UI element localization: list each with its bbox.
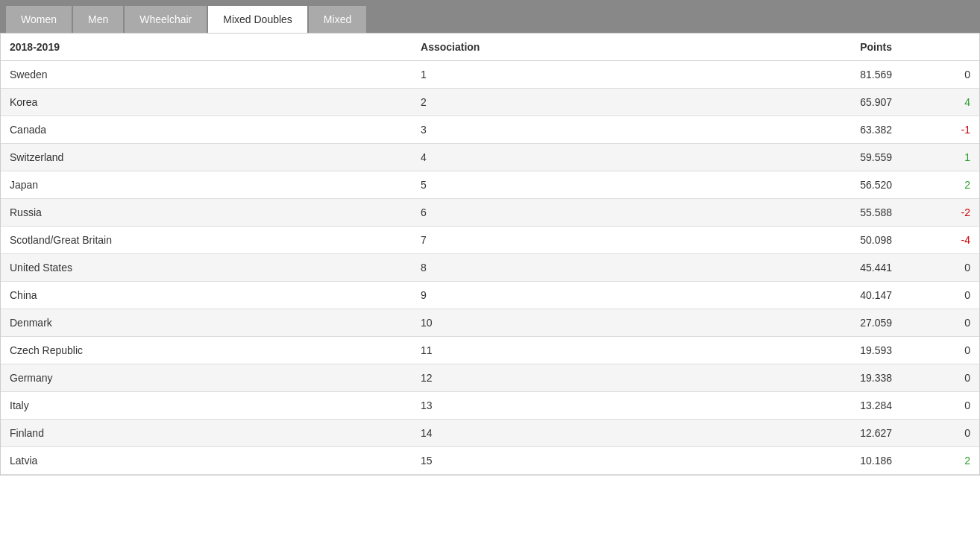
cell-association: 3 xyxy=(412,116,685,144)
cell-points: 63.382 xyxy=(685,116,901,144)
cell-change: 2 xyxy=(901,171,979,199)
table-row: Czech Republic1119.5930 xyxy=(1,337,979,364)
cell-country: Czech Republic xyxy=(1,337,412,364)
cell-association: 14 xyxy=(412,420,685,447)
cell-points: 56.520 xyxy=(685,171,901,199)
table-body: Sweden181.5690Korea265.9074Canada363.382… xyxy=(1,61,979,475)
cell-country: China xyxy=(1,282,412,309)
table-row: Denmark1027.0590 xyxy=(1,309,979,337)
cell-association: 8 xyxy=(412,254,685,282)
cell-association: 6 xyxy=(412,199,685,227)
cell-points: 10.186 xyxy=(685,447,901,475)
cell-points: 40.147 xyxy=(685,282,901,309)
cell-country: Canada xyxy=(1,116,412,144)
rankings-table-wrapper: 2018-2019 Association Points Sweden181.5… xyxy=(0,33,980,475)
table-row: Finland1412.6270 xyxy=(1,420,979,447)
cell-association: 7 xyxy=(412,227,685,254)
cell-association: 9 xyxy=(412,282,685,309)
cell-country: Japan xyxy=(1,171,412,199)
table-row: Russia655.588-2 xyxy=(1,199,979,227)
cell-change: 0 xyxy=(901,420,979,447)
cell-association: 15 xyxy=(412,447,685,475)
tab-men[interactable]: Men xyxy=(73,6,123,33)
header-points: Points xyxy=(685,34,901,61)
cell-association: 5 xyxy=(412,171,685,199)
cell-change: 0 xyxy=(901,392,979,420)
cell-country: Korea xyxy=(1,89,412,116)
page-container: Women Men Wheelchair Mixed Doubles Mixed… xyxy=(0,0,980,553)
cell-change: -4 xyxy=(901,227,979,254)
table-row: Japan556.5202 xyxy=(1,171,979,199)
tab-wheelchair[interactable]: Wheelchair xyxy=(125,6,207,33)
cell-points: 81.569 xyxy=(685,61,901,89)
cell-change: 0 xyxy=(901,364,979,392)
cell-change: -1 xyxy=(901,116,979,144)
cell-association: 11 xyxy=(412,337,685,364)
cell-change: 0 xyxy=(901,282,979,309)
tab-mixed[interactable]: Mixed xyxy=(309,6,366,33)
tab-bar: Women Men Wheelchair Mixed Doubles Mixed xyxy=(0,0,980,33)
rankings-table: 2018-2019 Association Points Sweden181.5… xyxy=(1,34,979,475)
cell-points: 12.627 xyxy=(685,420,901,447)
cell-points: 27.059 xyxy=(685,309,901,337)
table-row: Canada363.382-1 xyxy=(1,116,979,144)
cell-country: Switzerland xyxy=(1,144,412,171)
header-change xyxy=(901,34,979,61)
cell-country: Sweden xyxy=(1,61,412,89)
header-season: 2018-2019 xyxy=(1,34,412,61)
cell-points: 13.284 xyxy=(685,392,901,420)
table-row: China940.1470 xyxy=(1,282,979,309)
tab-women[interactable]: Women xyxy=(6,6,72,33)
cell-association: 2 xyxy=(412,89,685,116)
table-row: Korea265.9074 xyxy=(1,89,979,116)
cell-country: Italy xyxy=(1,392,412,420)
cell-country: Russia xyxy=(1,199,412,227)
cell-change: 2 xyxy=(901,447,979,475)
cell-country: United States xyxy=(1,254,412,282)
table-row: United States845.4410 xyxy=(1,254,979,282)
cell-change: 0 xyxy=(901,337,979,364)
table-row: Germany1219.3380 xyxy=(1,364,979,392)
cell-change: 0 xyxy=(901,61,979,89)
cell-change: 0 xyxy=(901,254,979,282)
cell-points: 50.098 xyxy=(685,227,901,254)
table-row: Switzerland459.5591 xyxy=(1,144,979,171)
cell-country: Germany xyxy=(1,364,412,392)
cell-points: 65.907 xyxy=(685,89,901,116)
cell-points: 45.441 xyxy=(685,254,901,282)
cell-points: 59.559 xyxy=(685,144,901,171)
cell-change: 0 xyxy=(901,309,979,337)
cell-change: 1 xyxy=(901,144,979,171)
table-row: Latvia1510.1862 xyxy=(1,447,979,475)
tab-mixed-doubles[interactable]: Mixed Doubles xyxy=(208,6,307,33)
table-row: Italy1313.2840 xyxy=(1,392,979,420)
cell-points: 55.588 xyxy=(685,199,901,227)
cell-country: Scotland/Great Britain xyxy=(1,227,412,254)
cell-country: Denmark xyxy=(1,309,412,337)
cell-change: -2 xyxy=(901,199,979,227)
cell-change: 4 xyxy=(901,89,979,116)
cell-association: 13 xyxy=(412,392,685,420)
cell-country: Latvia xyxy=(1,447,412,475)
header-association: Association xyxy=(412,34,685,61)
cell-association: 10 xyxy=(412,309,685,337)
cell-points: 19.593 xyxy=(685,337,901,364)
cell-association: 1 xyxy=(412,61,685,89)
cell-association: 12 xyxy=(412,364,685,392)
cell-country: Finland xyxy=(1,420,412,447)
table-row: Sweden181.5690 xyxy=(1,61,979,89)
table-header-row: 2018-2019 Association Points xyxy=(1,34,979,61)
cell-association: 4 xyxy=(412,144,685,171)
cell-points: 19.338 xyxy=(685,364,901,392)
table-row: Scotland/Great Britain750.098-4 xyxy=(1,227,979,254)
